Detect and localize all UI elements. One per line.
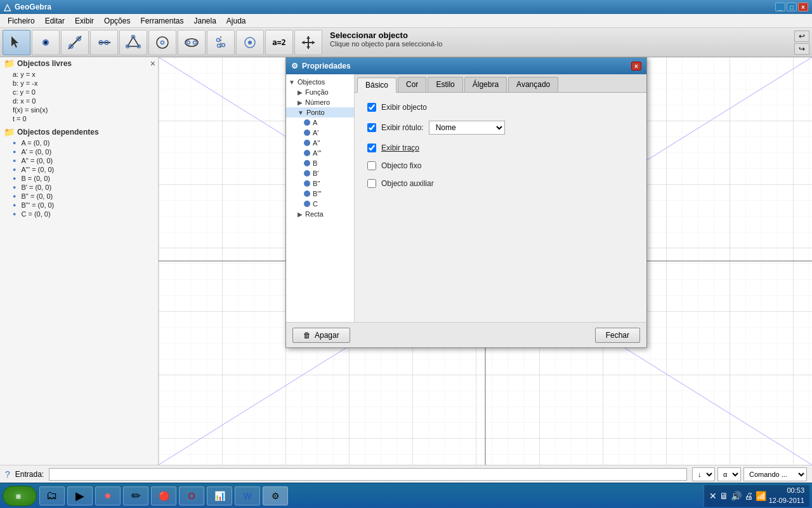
menu-janela[interactable]: Janela [188, 15, 221, 27]
obj-tree-point-C[interactable]: C [286, 199, 354, 209]
close-button[interactable]: × [798, 3, 808, 11]
undo-button[interactable]: ↩ [794, 30, 809, 42]
redo-button[interactable]: ↪ [794, 43, 809, 55]
tree-b[interactable]: b: y = -x [0, 79, 158, 88]
tree-Appp[interactable]: ●A''' = (0, 0) [0, 165, 158, 174]
help-icon[interactable]: ? [5, 469, 10, 479]
menu-exibir[interactable]: Exibir [70, 15, 99, 27]
show-trace-label[interactable]: Exibir traço [381, 144, 419, 152]
tool-text[interactable]: a=2 [265, 30, 293, 55]
tab-cor[interactable]: Cor [398, 77, 426, 92]
tree-B[interactable]: ●B = (0, 0) [0, 174, 158, 183]
tree-a[interactable]: a: y = x [0, 70, 158, 79]
tool-polygon[interactable] [119, 30, 147, 55]
tool-circle[interactable] [148, 30, 176, 55]
tool-select[interactable] [3, 30, 30, 55]
obj-tree-point-Bppp[interactable]: B''' [286, 189, 354, 199]
close-dialog-button[interactable]: Fechar [595, 328, 640, 343]
show-trace-checkbox[interactable] [367, 144, 376, 152]
tool-point2[interactable] [236, 30, 264, 55]
menu-opcoes[interactable]: Opções [99, 15, 135, 27]
tree-Bppp[interactable]: ●B''' = (0, 0) [0, 201, 158, 210]
fixed-object-label[interactable]: Objecto fixo [381, 161, 421, 170]
systray-x[interactable]: ✕ [709, 491, 717, 501]
minimize-button[interactable]: _ [775, 3, 785, 11]
tree-App[interactable]: ●A'' = (0, 0) [0, 156, 158, 165]
tab-algebra[interactable]: Álgebra [464, 77, 507, 92]
tool-ray[interactable] [90, 30, 118, 55]
fixed-object-checkbox[interactable] [367, 161, 376, 170]
tabs-area: Básico Cor Estilo Álgebra Avançado Exibi… [355, 74, 646, 322]
taskbar-media[interactable]: ▶ [67, 486, 93, 505]
command-dropdown[interactable]: Comando ... [743, 467, 807, 481]
tree-fx[interactable]: f(x) = sin(x) [0, 105, 158, 114]
entrada-input[interactable] [49, 468, 687, 481]
menu-ferramentas[interactable]: Ferramentas [135, 15, 188, 27]
maximize-button[interactable]: □ [787, 3, 797, 11]
tree-Ap[interactable]: ●A' = (0, 0) [0, 147, 158, 156]
label-type-select[interactable]: Nome Nome e valor Valor Fórmula [429, 121, 505, 135]
taskbar-pen[interactable]: ✏ [123, 486, 148, 505]
obj-tree-objectos-label: Objectos [298, 78, 325, 86]
obj-tree-recta[interactable]: ▶ Recta [286, 209, 354, 219]
tree-c[interactable]: c: y = 0 [0, 88, 158, 97]
symbol-dropdown-1[interactable]: ↓ [692, 467, 715, 481]
show-object-label[interactable]: Exibir objecto [381, 103, 427, 112]
show-label-checkbox[interactable] [367, 123, 376, 132]
start-button[interactable]: ⊞ [3, 486, 37, 506]
menu-ficheiro[interactable]: Ficheiro [3, 15, 40, 27]
tool-point[interactable] [32, 30, 60, 55]
taskbar-app1[interactable]: ✸ [95, 486, 121, 505]
systray-sound[interactable]: 🔊 [731, 491, 742, 501]
systray-monitor[interactable]: 🖥 [719, 491, 728, 501]
tab-avancado[interactable]: Avançado [508, 77, 558, 92]
tree-Bp[interactable]: ●B' = (0, 0) [0, 183, 158, 192]
tab-basico[interactable]: Básico [357, 77, 396, 93]
obj-tree-point-A[interactable]: A [286, 117, 354, 128]
show-object-checkbox[interactable] [367, 103, 376, 112]
systray-network[interactable]: 📶 [756, 491, 766, 501]
obj-tree-numero[interactable]: ▶ Número [286, 97, 354, 107]
obj-tree-point-App[interactable]: A'' [286, 138, 354, 148]
taskbar-geogebra-active[interactable]: ⚙ [263, 486, 288, 505]
tree-A[interactable]: ●A = (0, 0) [0, 138, 158, 147]
obj-tree-point-B[interactable]: B [286, 158, 354, 168]
tree-C[interactable]: ●C = (0, 0) [0, 210, 158, 218]
taskbar-word[interactable]: W [235, 486, 260, 505]
show-label-label[interactable]: Exibir rótulo: [381, 123, 424, 132]
dialog-close-button[interactable]: × [631, 62, 641, 70]
dialog-title-bar[interactable]: ⚙ Propriedades × [286, 58, 646, 74]
undo-redo-buttons: ↩ ↪ [794, 30, 809, 55]
obj-tree-point-Ap[interactable]: A' [286, 128, 354, 138]
tree-Bpp[interactable]: ●B'' = (0, 0) [0, 192, 158, 201]
systray-print[interactable]: 🖨 [744, 491, 753, 501]
taskbar-red[interactable]: 🔴 [151, 486, 176, 505]
taskbar-explorer[interactable]: 🗂 [39, 486, 65, 505]
obj-tree-ponto[interactable]: ▼ Ponto [286, 107, 354, 117]
panel-close-button[interactable]: × [150, 58, 155, 69]
delete-icon: 🗑 [303, 331, 311, 340]
menu-editar[interactable]: Editar [40, 15, 70, 27]
obj-tree-point-Bpp[interactable]: B'' [286, 178, 354, 189]
taskbar-browser[interactable]: O [179, 486, 204, 505]
obj-tree-funcao[interactable]: ▶ Função [286, 87, 354, 97]
auxiliary-label[interactable]: Objecto auxiliar [381, 179, 434, 188]
menu-ajuda[interactable]: Ajuda [221, 15, 251, 27]
obj-tree-Ap-label: A' [313, 129, 318, 137]
window-controls: _ □ × [775, 3, 808, 11]
delete-button[interactable]: 🗑 Apagar [292, 328, 350, 343]
tree-d[interactable]: d: x = 0 [0, 97, 158, 105]
symbol-dropdown-2[interactable]: α [717, 467, 741, 481]
obj-tree-point-Bp[interactable]: B' [286, 168, 354, 178]
tab-estilo[interactable]: Estilo [428, 77, 462, 92]
auxiliary-checkbox[interactable] [367, 179, 376, 188]
tree-t[interactable]: t = 0 [0, 114, 158, 123]
tool-reflect[interactable] [207, 30, 235, 55]
obj-tree-objectos[interactable]: ▼ Objectos [286, 77, 354, 87]
tool-move[interactable] [294, 30, 322, 55]
tool-ellipse[interactable] [178, 30, 206, 55]
obj-tree-point-Appp[interactable]: A''' [286, 148, 354, 158]
tool-line[interactable] [61, 30, 89, 55]
taskbar-ppt[interactable]: 📊 [207, 486, 232, 505]
canvas-area[interactable]: ⚙ Propriedades × ▼ Objectos ▶ Função [159, 57, 812, 465]
